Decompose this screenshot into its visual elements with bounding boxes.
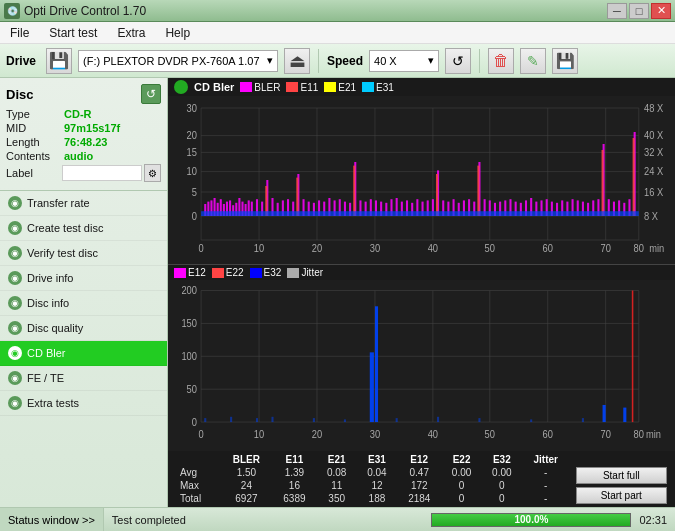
chart-bottom-svg: 200 150 100 50 0 0 10 20 30 40 50 60 70 — [168, 280, 675, 451]
drive-dropdown-arrow: ▾ — [267, 54, 273, 67]
legend-e22-label: E22 — [226, 267, 244, 278]
disc-label-input[interactable] — [62, 165, 142, 181]
col-header-label — [172, 453, 221, 466]
max-label: Max — [172, 479, 221, 492]
svg-text:60: 60 — [543, 242, 554, 254]
disc-length-row: Length 76:48.23 — [6, 136, 161, 148]
svg-text:20: 20 — [312, 427, 322, 440]
menu-extra[interactable]: Extra — [111, 24, 151, 42]
sidebar-item-disc-info[interactable]: ◉ Disc info — [0, 291, 167, 316]
erase-button[interactable]: 🗑 — [488, 48, 514, 74]
svg-rect-180 — [478, 418, 480, 422]
minimize-button[interactable]: ─ — [607, 3, 627, 19]
disc-label-button[interactable]: ⚙ — [144, 164, 161, 182]
sidebar-item-extra-tests[interactable]: ◉ Extra tests — [0, 391, 167, 416]
speed-label: Speed — [327, 54, 363, 68]
total-label: Total — [172, 492, 221, 505]
sidebar-item-transfer-rate-label: Transfer rate — [27, 197, 90, 209]
svg-text:min: min — [646, 427, 661, 440]
svg-text:60: 60 — [543, 427, 553, 440]
svg-text:70: 70 — [600, 427, 610, 440]
sidebar-item-fe-te[interactable]: ◉ FE / TE — [0, 366, 167, 391]
sidebar: Disc ↺ Type CD-R MID 97m15s17f Length 76… — [0, 78, 168, 507]
avg-e12: 0.47 — [397, 466, 441, 479]
avg-e22: 0.00 — [441, 466, 481, 479]
cd-bler-icon: ◉ — [8, 346, 22, 360]
svg-text:50: 50 — [485, 427, 495, 440]
col-header-actions — [570, 453, 671, 466]
sidebar-item-transfer-rate[interactable]: ◉ Transfer rate — [0, 191, 167, 216]
total-e11: 6389 — [272, 492, 316, 505]
svg-text:48 X: 48 X — [644, 102, 663, 114]
right-panel: CD Bler BLER E11 E21 E3 — [168, 78, 675, 507]
legend-bler-color — [240, 82, 252, 92]
disc-type-value: CD-R — [64, 108, 92, 120]
disc-length-value: 76:48.23 — [64, 136, 107, 148]
menu-help[interactable]: Help — [159, 24, 196, 42]
statusbar: Status window >> Test completed 100.0% 0… — [0, 507, 675, 531]
sidebar-item-verify-test-disc-label: Verify test disc — [27, 247, 98, 259]
sidebar-item-create-test-disc[interactable]: ◉ Create test disc — [0, 216, 167, 241]
menu-file[interactable]: File — [4, 24, 35, 42]
start-full-button[interactable]: Start full — [576, 467, 667, 484]
save-button[interactable]: 💾 — [552, 48, 578, 74]
svg-text:0: 0 — [199, 242, 205, 254]
col-header-e32: E32 — [482, 453, 522, 466]
chart-bottom: E12 E22 E32 Jitter — [168, 265, 675, 451]
refresh-button[interactable]: ↺ — [445, 48, 471, 74]
svg-text:30: 30 — [370, 242, 381, 254]
stats-row-avg: Avg 1.50 1.39 0.08 0.04 0.47 0.00 0.00 - — [172, 466, 671, 479]
svg-rect-167 — [370, 352, 374, 422]
disc-type-label: Type — [6, 108, 64, 120]
maximize-button[interactable]: □ — [629, 3, 649, 19]
rip-button[interactable]: ✎ — [520, 48, 546, 74]
drive-select[interactable]: (F:) PLEXTOR DVDR PX-760A 1.07 ▾ — [78, 50, 278, 72]
menu-start-test[interactable]: Start test — [43, 24, 103, 42]
max-e12: 172 — [397, 479, 441, 492]
legend-e21-label: E21 — [338, 82, 356, 93]
sidebar-item-fe-te-label: FE / TE — [27, 372, 64, 384]
transfer-rate-icon: ◉ — [8, 196, 22, 210]
svg-rect-135 — [633, 138, 635, 216]
legend-e32: E32 — [250, 267, 282, 278]
disc-label-row: Label ⚙ — [6, 164, 161, 182]
legend-e12: E12 — [174, 267, 206, 278]
titlebar: 💿 Opti Drive Control 1.70 ─ □ ✕ — [0, 0, 675, 22]
action-buttons: Start full Start part — [570, 466, 671, 505]
progress-label: 100.0% — [432, 514, 630, 526]
start-part-button[interactable]: Start part — [576, 487, 667, 504]
svg-rect-136 — [201, 211, 639, 216]
legend-e32-color — [250, 268, 262, 278]
speed-select[interactable]: 40 X ▾ — [369, 50, 439, 72]
legend-e22-color — [212, 268, 224, 278]
svg-rect-168 — [375, 306, 378, 422]
sidebar-item-disc-quality[interactable]: ◉ Disc quality — [0, 316, 167, 341]
status-window-button[interactable]: Status window >> — [0, 508, 104, 531]
legend-e31-label: E31 — [376, 82, 394, 93]
legend-jitter-color — [287, 268, 299, 278]
eject-button[interactable]: ⏏ — [284, 48, 310, 74]
sidebar-item-verify-test-disc[interactable]: ◉ Verify test disc — [0, 241, 167, 266]
svg-text:200: 200 — [181, 283, 197, 296]
svg-text:40: 40 — [428, 427, 438, 440]
svg-text:80: 80 — [634, 242, 645, 254]
sidebar-menu: ◉ Transfer rate ◉ Create test disc ◉ Ver… — [0, 191, 167, 507]
sidebar-item-drive-info[interactable]: ◉ Drive info — [0, 266, 167, 291]
close-button[interactable]: ✕ — [651, 3, 671, 19]
sidebar-item-disc-quality-label: Disc quality — [27, 322, 83, 334]
sidebar-item-cd-bler[interactable]: ◉ CD Bler — [0, 341, 167, 366]
legend-jitter-label: Jitter — [301, 267, 323, 278]
stats-table: BLER E11 E21 E31 E12 E22 E32 Jitter — [172, 453, 671, 505]
disc-refresh-button[interactable]: ↺ — [141, 84, 161, 104]
svg-rect-134 — [602, 150, 604, 216]
total-e22: 0 — [441, 492, 481, 505]
sidebar-item-drive-info-label: Drive info — [27, 272, 73, 284]
legend-e21: E21 — [324, 82, 356, 93]
svg-text:0: 0 — [192, 415, 197, 428]
svg-text:50: 50 — [187, 382, 197, 395]
svg-text:100: 100 — [181, 349, 197, 362]
avg-jitter: - — [522, 466, 570, 479]
chart-top-body: 30 20 15 10 5 0 0 10 20 30 40 50 60 — [168, 96, 675, 264]
svg-text:8 X: 8 X — [644, 210, 658, 222]
drive-icon-btn[interactable]: 💾 — [46, 48, 72, 74]
